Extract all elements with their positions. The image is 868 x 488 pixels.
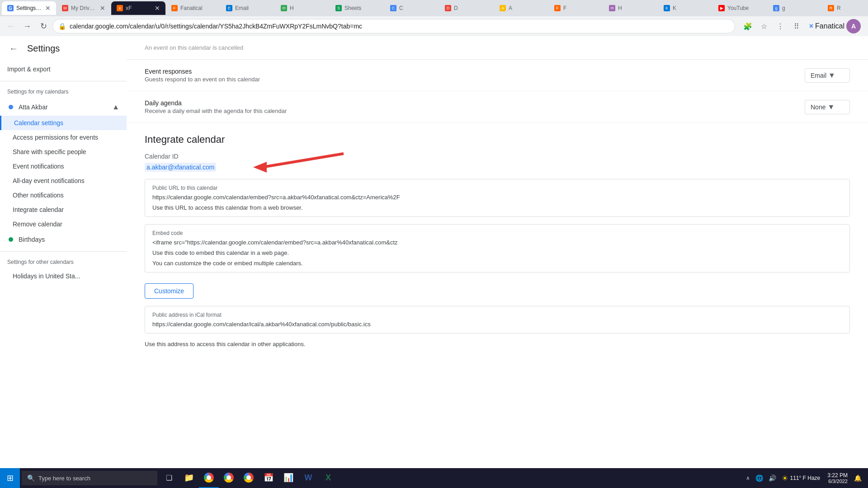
tab-title-sheets: Sheets <box>344 5 361 11</box>
windows-start-button[interactable]: ⊞ <box>0 468 20 488</box>
back-button[interactable]: ← <box>4 19 18 33</box>
reload-button[interactable]: ↻ <box>36 19 51 33</box>
network-icon[interactable]: 🌐 <box>754 474 765 482</box>
taskbar-clock[interactable]: 3:22 PM 6/3/2022 <box>824 472 851 484</box>
fanatical-x-icon: × <box>809 22 813 30</box>
event-responses-dropdown[interactable]: Email ▼ <box>805 68 850 83</box>
star-button[interactable]: ☆ <box>757 19 771 33</box>
tab-sheets[interactable]: S Sheets <box>330 1 384 15</box>
sidebar-section-other-calendars: Settings for other calendars <box>0 255 127 269</box>
tab-title-d: D <box>454 5 458 11</box>
tab-close-xf[interactable]: ✕ <box>155 5 160 12</box>
tab-h2[interactable]: H H <box>604 1 658 15</box>
sidebar-item-import-export[interactable]: Import & export <box>0 61 127 77</box>
red-arrow-annotation <box>226 149 353 176</box>
tab-title-xf: xF <box>126 5 132 11</box>
address-bar[interactable]: 🔒 calendar.google.com/calendar/u/0/r/set… <box>52 19 735 33</box>
taskbar-app-word[interactable]: W <box>298 468 318 488</box>
tab-a[interactable]: A A <box>494 1 548 15</box>
tab-c[interactable]: C C <box>385 1 439 15</box>
app-content: ← Settings Import & export Settings for … <box>0 36 868 488</box>
daily-agenda-label: Daily agenda <box>145 99 287 107</box>
taskbar-search-bar[interactable]: 🔍 Type here to search <box>22 471 157 485</box>
tab-g2[interactable]: g g <box>768 1 822 15</box>
tab-r[interactable]: R R <box>822 1 868 15</box>
forward-button[interactable]: → <box>20 19 34 33</box>
notification-icon[interactable]: 🔔 <box>851 474 864 482</box>
taskbar-explorer-button[interactable]: 📁 <box>179 468 199 488</box>
sidebar-back-button[interactable]: ← <box>7 42 20 56</box>
tray-arrow-icon[interactable]: ∧ <box>744 475 752 481</box>
taskbar-chrome-button-2[interactable] <box>219 468 239 488</box>
tab-favicon-gcal: G <box>7 5 14 11</box>
taskbar-app-calendar[interactable]: 📅 <box>259 468 278 488</box>
tab-close-maps[interactable]: ✕ <box>100 5 105 12</box>
public-url-box: Public URL to this calendar https://cale… <box>145 179 850 217</box>
tab-close-gcal[interactable]: ✕ <box>45 5 51 12</box>
sidebar-item-calendar-settings[interactable]: Calendar settings <box>0 116 127 130</box>
tab-title-e: Email <box>235 5 249 11</box>
taskbar-app-spreadsheet[interactable]: 📊 <box>278 468 298 488</box>
embed-code-value[interactable]: <iframe src="https://calendar.google.com… <box>152 239 842 246</box>
tab-maps[interactable]: M My Drive - Google… ✕ <box>57 1 111 15</box>
tab-favicon-r: R <box>828 5 834 11</box>
taskbar-app-excel[interactable]: X <box>318 468 338 488</box>
birthdays-dot <box>9 237 13 242</box>
sidebar-sub-items: Calendar settings Access permissions for… <box>0 116 127 231</box>
apps-grid-icon: ⠿ <box>794 22 799 31</box>
embed-code-box: Embed code <iframe src="https://calendar… <box>145 224 850 272</box>
tab-h[interactable]: H H <box>275 1 330 15</box>
tab-k[interactable]: K K <box>658 1 712 15</box>
ical-value[interactable]: https://calendar.google.com/calendar/ica… <box>152 321 842 328</box>
sidebar: ← Settings Import & export Settings for … <box>0 36 127 488</box>
tab-f3[interactable]: F F <box>549 1 603 15</box>
sidebar-divider-1 <box>0 81 127 81</box>
sidebar-item-atta-akbar[interactable]: Atta Akbar ▲ <box>0 99 127 116</box>
embed-code-desc1: Use this code to embed this calendar in … <box>152 249 842 256</box>
browser-chrome: G Settings - Google Calendar ✕ M My Driv… <box>0 0 868 36</box>
dropdown-arrow-2-icon: ▼ <box>827 103 835 111</box>
sidebar-item-allday-notifications[interactable]: All-day event notifications <box>0 174 127 188</box>
user-avatar[interactable]: A <box>846 19 861 33</box>
taskbar-chrome-button-3[interactable] <box>239 468 259 488</box>
tab-yt[interactable]: ▶ YouTube <box>713 1 767 15</box>
sidebar-item-integrate-calendar[interactable]: Integrate calendar <box>0 202 127 217</box>
volume-icon[interactable]: 🔊 <box>767 474 778 482</box>
more-button[interactable]: ⋮ <box>773 19 788 33</box>
calendar-id-value[interactable]: a.akbar@xfanatical.com <box>145 163 216 172</box>
tab-title-h: H <box>290 5 294 11</box>
event-responses-desc: Guests respond to an event on this calen… <box>145 76 260 83</box>
extensions-button[interactable]: 🧩 <box>741 19 755 33</box>
taskbar-search-icon: 🔍 <box>27 474 35 482</box>
address-text: calendar.google.com/calendar/u/0/r/setti… <box>70 23 729 30</box>
ical-bottom-text: Use this address to access this calendar… <box>127 341 868 347</box>
sidebar-item-remove-calendar[interactable]: Remove calendar <box>0 217 127 231</box>
customize-button[interactable]: Customize <box>145 283 193 299</box>
public-url-value[interactable]: https://calendar.google.com/calendar/emb… <box>152 194 842 201</box>
weather-widget[interactable]: ☀ 111° F Haze <box>778 474 824 483</box>
tab-f2[interactable]: F Fanatical <box>166 1 220 15</box>
sidebar-item-share-specific[interactable]: Share with specific people <box>0 145 127 159</box>
taskbar: ⊞ 🔍 Type here to search ❏ 📁 📅 📊 W <box>0 468 868 488</box>
weather-text: 111° F Haze <box>790 475 820 481</box>
excel-icon: X <box>326 473 331 483</box>
chrome-icon-1 <box>204 473 214 483</box>
system-tray: ∧ 🌐 🔊 <box>744 474 778 482</box>
tab-title-c: C <box>399 5 403 11</box>
tab-e[interactable]: E Email <box>221 1 275 15</box>
taskbar-chrome-button-1[interactable] <box>199 468 219 488</box>
apps-grid-button[interactable]: ⠿ <box>789 19 804 33</box>
taskbar-taskview-button[interactable]: ❏ <box>159 468 179 488</box>
sidebar-item-access-permissions[interactable]: Access permissions for events <box>0 130 127 145</box>
sidebar-item-other-notifications[interactable]: Other notifications <box>0 188 127 202</box>
daily-agenda-dropdown[interactable]: None ▼ <box>805 100 850 114</box>
sidebar-item-event-notifications[interactable]: Event notifications <box>0 159 127 174</box>
sidebar-item-birthdays[interactable]: Birthdays <box>0 231 127 248</box>
cancelled-event-text: An event on this calendar is cancelled <box>145 44 243 51</box>
tab-d[interactable]: D D <box>439 1 494 15</box>
tab-xf[interactable]: x xF ✕ <box>111 1 165 15</box>
tab-gcal-active[interactable]: G Settings - Google Calendar ✕ <box>2 1 56 15</box>
sidebar-item-holidays[interactable]: Holidays in United Sta... <box>0 269 127 283</box>
main-content: An event on this calendar is cancelled E… <box>127 36 868 488</box>
public-url-label: Public URL to this calendar <box>152 185 842 191</box>
